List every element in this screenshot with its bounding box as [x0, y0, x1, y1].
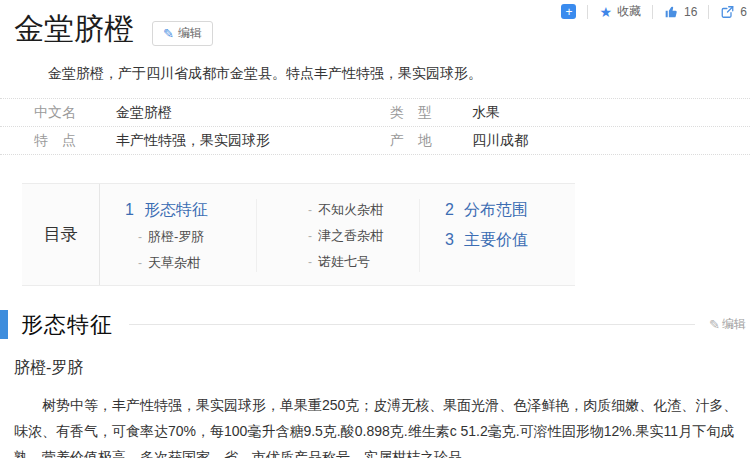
- info-value: 金堂脐橙: [116, 99, 172, 126]
- dash-icon: -: [138, 230, 142, 244]
- info-label: 特 点: [34, 127, 80, 154]
- edit-section-label: 编辑: [722, 316, 746, 333]
- toc-number: 1: [125, 201, 134, 218]
- baike-entry-page: + ★ 收藏 16 6 金堂脐橙 ✎ 编辑 金堂脐橙，产于四川省成都市金堂县。特…: [0, 10, 750, 458]
- plus-icon: +: [565, 6, 572, 18]
- toc-sub-item[interactable]: -不知火杂柑: [295, 201, 419, 219]
- toc-column-2: -不知火杂柑 -津之香杂柑 -诺娃七号: [257, 199, 420, 272]
- section-header: 形态特征 ✎ 编辑: [0, 310, 750, 339]
- share-icon: [720, 5, 735, 19]
- toc-link-value[interactable]: 3主要价值: [445, 229, 528, 250]
- divider: [652, 5, 653, 19]
- edit-section-button[interactable]: ✎ 编辑: [709, 316, 746, 333]
- info-label: 中文名: [34, 99, 80, 126]
- toc-column-1: 1形态特征 -脐橙-罗脐 -天草杂柑: [100, 199, 257, 272]
- dash-icon: -: [138, 256, 142, 270]
- pencil-icon: ✎: [709, 318, 720, 331]
- share-count: 6: [740, 5, 747, 19]
- basic-info-table: 中文名 金堂脐橙 类 型 水果 特 点 丰产性特强，果实园球形 产 地 四川成都: [0, 98, 750, 155]
- section-title: 形态特征: [21, 310, 113, 339]
- toc-link-label: 主要价值: [464, 231, 528, 248]
- dash-icon: -: [308, 203, 312, 217]
- page-title: 金堂脐橙: [14, 10, 134, 48]
- info-cell: 特 点 丰产性特强，果实园球形: [0, 127, 375, 154]
- toc-columns: 1形态特征 -脐橙-罗脐 -天草杂柑 -不知火杂柑 -津之香杂柑 -诺娃七号: [100, 184, 575, 285]
- divider: [129, 324, 695, 325]
- toc-sub-item[interactable]: -津之香杂柑: [295, 227, 419, 245]
- favorite-button[interactable]: ★ 收藏: [599, 3, 641, 20]
- info-value: 四川成都: [472, 127, 528, 154]
- info-cell: 产 地 四川成都: [375, 127, 750, 154]
- toc-column-3: 2分布范围 3主要价值: [420, 199, 528, 272]
- info-value: 丰产性特强，果实园球形: [116, 127, 270, 154]
- section-paragraph: 树势中等，丰产性特强，果实园球形，单果重250克；皮溥无核、果面光滑、色泽鲜艳，…: [14, 392, 738, 458]
- dash-icon: -: [308, 255, 312, 269]
- divider: [708, 5, 709, 19]
- toc-sub-item[interactable]: -脐橙-罗脐: [125, 228, 256, 246]
- toc-number: 3: [445, 231, 454, 248]
- dash-icon: -: [308, 229, 312, 243]
- edit-entry-label: 编辑: [178, 25, 202, 42]
- toc-link-morphology[interactable]: 1形态特征: [125, 199, 256, 220]
- toc-sub-label: 津之香杂柑: [318, 228, 383, 243]
- toc-link-distribution[interactable]: 2分布范围: [445, 199, 528, 220]
- summary-text: 金堂脐橙，产于四川省成都市金堂县。特点丰产性特强，果实园球形。: [20, 63, 736, 83]
- header-actions-bar: + ★ 收藏 16 6: [561, 3, 750, 20]
- info-value: 水果: [472, 99, 500, 126]
- table-of-contents: 目录 1形态特征 -脐橙-罗脐 -天草杂柑 -不知火杂柑 -津之香杂柑: [22, 183, 575, 286]
- pencil-icon: ✎: [163, 27, 174, 40]
- toc-sub-item[interactable]: -诺娃七号: [295, 253, 419, 271]
- toc-sub-label: 诺娃七号: [318, 254, 370, 269]
- edit-entry-button[interactable]: ✎ 编辑: [152, 21, 213, 46]
- divider: [587, 5, 588, 19]
- like-count: 16: [684, 5, 697, 19]
- info-cell: 类 型 水果: [375, 99, 750, 126]
- thumbs-up-icon: [664, 5, 679, 19]
- toc-label: 目录: [22, 184, 100, 285]
- section-marker: [0, 310, 8, 339]
- add-button[interactable]: +: [561, 4, 576, 19]
- info-row: 中文名 金堂脐橙 类 型 水果: [0, 98, 750, 127]
- toc-sub-label: 天草杂柑: [148, 255, 200, 270]
- info-label: 产 地: [390, 127, 436, 154]
- toc-sub-label: 不知火杂柑: [318, 202, 383, 217]
- toc-sub-item[interactable]: -天草杂柑: [125, 254, 256, 272]
- like-button[interactable]: 16: [664, 5, 697, 19]
- toc-link-label: 形态特征: [144, 201, 208, 218]
- toc-sub-label: 脐橙-罗脐: [148, 229, 204, 244]
- share-button[interactable]: 6: [720, 5, 747, 19]
- subsection-title: 脐橙-罗脐: [14, 358, 750, 379]
- toc-link-label: 分布范围: [464, 201, 528, 218]
- toc-number: 2: [445, 201, 454, 218]
- favorite-label: 收藏: [617, 3, 641, 20]
- info-row: 特 点 丰产性特强，果实园球形 产 地 四川成都: [0, 127, 750, 155]
- star-icon: ★: [599, 5, 612, 19]
- info-cell: 中文名 金堂脐橙: [0, 99, 375, 126]
- info-label: 类 型: [390, 99, 436, 126]
